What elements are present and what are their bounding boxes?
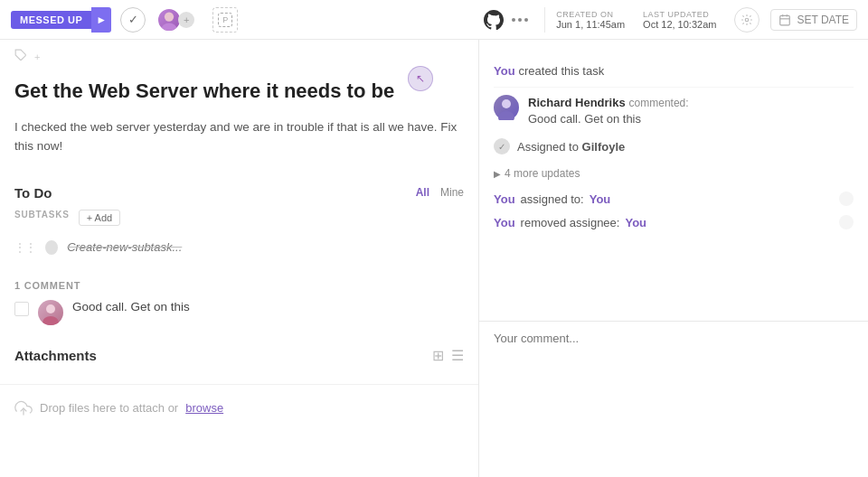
comment-body: Good call. Get on this [528, 112, 854, 126]
svg-rect-3 [780, 15, 790, 24]
settings-icon[interactable] [734, 7, 760, 33]
add-subtask-button[interactable]: + Add [79, 210, 120, 226]
update-row-2: You removed assignee: You [494, 210, 854, 234]
update2-action: removed assignee: [521, 216, 620, 229]
attachments-section: Attachments ⊞ ☰ [0, 336, 478, 384]
create-subtask-input[interactable] [67, 240, 464, 254]
assigned-activity: ✓ Assigned to Gilfoyle [494, 133, 854, 160]
updated-label: LAST UPDATED [643, 10, 716, 19]
activity-section: You created this task Richard Hendriks [479, 40, 868, 248]
comment-activity: Richard Hendriks commented: Good call. G… [494, 88, 854, 133]
filter-group: All Mine [416, 186, 464, 199]
todo-header: To Do All Mine [14, 185, 464, 201]
set-date-button[interactable]: SET DATE [770, 9, 857, 31]
dot2 [518, 18, 522, 22]
main-area: + ↖ Get the Web Server where it needs to… [0, 40, 868, 477]
check-icon: ✓ [128, 13, 138, 26]
grid-view-icon[interactable]: ⊞ [432, 347, 444, 364]
update2-target: You [625, 216, 646, 229]
complete-button[interactable]: ✓ [120, 7, 146, 33]
dot3 [524, 18, 528, 22]
assign-check-icon: ✓ [494, 138, 510, 154]
svg-point-0 [165, 12, 174, 21]
update2-you: You [494, 216, 515, 229]
comment-author: Richard Hendriks [528, 96, 626, 109]
github-icon[interactable] [481, 7, 506, 33]
update-row-1: You assigned to: You [494, 187, 854, 210]
tag-icon[interactable] [14, 49, 27, 64]
comment-avatar-image [38, 300, 63, 325]
assigned-text: Assigned to Gilfoyle [517, 140, 625, 154]
update2-dot [839, 215, 854, 229]
more-updates-text: 4 more updates [505, 167, 580, 180]
updated-value: Oct 12, 10:32am [643, 19, 716, 30]
app-container: MESSED UP ► ✓ + P [0, 0, 868, 477]
add-tag-button[interactable]: + [34, 51, 40, 62]
comment-input-row [479, 321, 868, 354]
avatar-image [158, 7, 180, 33]
richard-avatar-image [494, 95, 519, 120]
section-gap [0, 167, 478, 178]
tag-row: + [0, 40, 478, 68]
update1-you: You [494, 192, 515, 206]
attachments-header: Attachments ⊞ ☰ [14, 347, 464, 364]
header: MESSED UP ► ✓ + P [0, 0, 868, 40]
subtasks-label: SUBTASKS [14, 210, 70, 220]
update1-action: assigned to: [521, 192, 584, 206]
todo-section: To Do All Mine SUBTASKS + Add ⋮⋮ [0, 178, 478, 269]
created-label: CREATED ON [556, 10, 625, 19]
project-badge[interactable]: P [212, 7, 238, 33]
subtasks-row: SUBTASKS + Add [14, 210, 464, 226]
comment-input[interactable] [494, 332, 854, 345]
arrow-icon: ► [96, 14, 107, 26]
project-inner: P [218, 13, 232, 27]
left-panel: + ↖ Get the Web Server where it needs to… [0, 40, 479, 477]
add-assignee-button[interactable]: + [178, 12, 194, 28]
more-updates-button[interactable]: ▶ 4 more updates [494, 160, 854, 187]
comment-avatar [38, 300, 63, 325]
svg-point-8 [46, 304, 55, 313]
comment-checkbox[interactable] [14, 302, 29, 316]
richard-avatar [494, 95, 519, 120]
created-you: You [494, 64, 515, 78]
drop-text: Drop files here to attach or [40, 401, 178, 415]
view-toggle: ⊞ ☰ [432, 347, 464, 364]
set-date-label: SET DATE [797, 14, 849, 26]
dot1 [512, 18, 515, 22]
attachments-title: Attachments [14, 348, 97, 363]
comment-count: 1 COMMENT [14, 280, 464, 291]
upload-icon [14, 399, 33, 417]
filter-mine-button[interactable]: Mine [440, 186, 464, 199]
todo-title: To Do [14, 185, 52, 201]
chevron-right-icon: ▶ [494, 169, 501, 179]
header-divider [544, 7, 545, 33]
created-on-group: CREATED ON Jun 1, 11:45am [556, 10, 625, 30]
browse-link[interactable]: browse [185, 401, 223, 415]
comments-section: 1 COMMENT Good call. Get on this [0, 269, 478, 336]
more-options-button[interactable] [506, 14, 533, 25]
drop-area: Drop files here to attach or browse [0, 384, 478, 432]
filter-all-button[interactable]: All [416, 186, 429, 199]
subtask-avatar [43, 238, 60, 257]
comment-text: Good call. Get on this [72, 300, 190, 313]
created-value: Jun 1, 11:45am [556, 19, 625, 30]
svg-point-1 [162, 23, 177, 33]
list-view-icon[interactable]: ☰ [451, 347, 464, 364]
comment-item: Good call. Get on this [14, 300, 464, 325]
subtask-drag-icon: ⋮⋮ [14, 241, 36, 254]
created-activity: You created this task [494, 54, 854, 88]
task-description[interactable]: I checked the web server yesterday and w… [0, 112, 478, 167]
right-panel: You created this task Richard Hendriks [479, 40, 868, 477]
update1-dot [839, 192, 854, 206]
cursor-pointer-icon: ↖ [416, 72, 425, 85]
last-updated-group: LAST UPDATED Oct 12, 10:32am [643, 10, 716, 30]
create-subtask-row: ⋮⋮ [14, 233, 464, 262]
status-arrow[interactable]: ► [91, 7, 111, 33]
calendar-icon [778, 14, 791, 26]
svg-point-12 [498, 111, 514, 120]
assigned-to: Gilfoyle [582, 140, 626, 154]
update1-target: You [590, 192, 611, 206]
cursor-bubble: ↖ [408, 66, 433, 91]
task-title[interactable]: Get the Web Server where it needs to be [0, 68, 478, 112]
status-badge[interactable]: MESSED UP [11, 11, 91, 29]
